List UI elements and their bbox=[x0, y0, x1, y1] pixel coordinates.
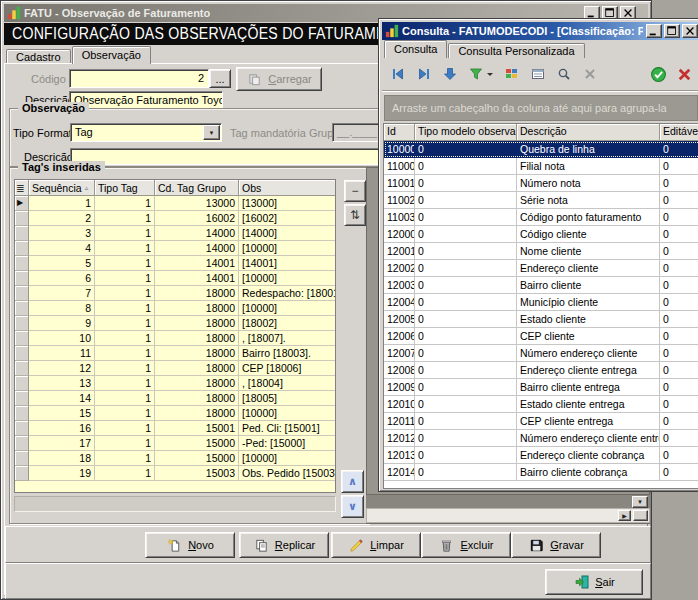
col-header-tipo-tag[interactable]: Tipo Tag bbox=[95, 180, 155, 196]
column-chooser-icon[interactable] bbox=[503, 66, 520, 83]
browse-button[interactable]: ... bbox=[209, 69, 231, 88]
table-row[interactable]: 12007 0 Número endereço cliente 0 bbox=[384, 345, 698, 362]
row-selector-cell[interactable] bbox=[15, 331, 29, 346]
gravar-button[interactable]: Gravar bbox=[511, 532, 601, 558]
tipo-formato-combo[interactable]: Tag ▼ bbox=[70, 123, 222, 142]
scroll-down-icon[interactable]: ▼ bbox=[632, 496, 648, 508]
table-row[interactable]: 7 1 18000 Redespacho: [18001] bbox=[15, 286, 335, 301]
row-selector-cell[interactable] bbox=[15, 361, 29, 376]
table-row[interactable]: 12008 0 Endereço cliente entrega 0 bbox=[384, 362, 698, 379]
row-selector-cell[interactable] bbox=[15, 256, 29, 271]
col-header-editavel[interactable]: Editável bbox=[660, 124, 698, 141]
chevron-down-icon[interactable]: ▼ bbox=[203, 125, 220, 140]
row-selector-cell[interactable] bbox=[15, 421, 29, 436]
table-row[interactable]: 12004 0 Município cliente 0 bbox=[384, 294, 698, 311]
row-selector-cell[interactable] bbox=[15, 316, 29, 331]
confirm-icon[interactable] bbox=[650, 66, 667, 83]
row-selector-cell[interactable] bbox=[15, 391, 29, 406]
row-selector-header-icon[interactable]: ≣ bbox=[15, 180, 29, 196]
table-row[interactable]: 12011 0 CEP cliente entrega 0 bbox=[384, 413, 698, 430]
table-row[interactable]: 11 1 18000 Bairro [18003]. bbox=[15, 346, 335, 361]
tab-observacao[interactable]: Observação bbox=[72, 46, 151, 64]
table-row[interactable]: 13 1 18000 , [18004] bbox=[15, 376, 335, 391]
limpar-button[interactable]: Limpar bbox=[331, 532, 421, 558]
table-row[interactable]: 18 1 15000 [10000] bbox=[15, 451, 335, 466]
table-row[interactable]: 12014 0 Bairro cliente cobrança 0 bbox=[384, 464, 698, 481]
table-row[interactable]: 12002 0 Endereço cliente 0 bbox=[384, 260, 698, 277]
last-record-icon[interactable] bbox=[415, 66, 432, 83]
table-row[interactable]: 12003 0 Bairro cliente 0 bbox=[384, 277, 698, 294]
table-row[interactable]: 11000 0 Filial nota 0 bbox=[384, 158, 698, 175]
row-selector-cell[interactable] bbox=[15, 301, 29, 316]
row-selector-cell[interactable] bbox=[15, 376, 29, 391]
table-row[interactable]: 12001 0 Nome cliente 0 bbox=[384, 243, 698, 260]
table-row[interactable]: 9 1 18000 [18002] bbox=[15, 316, 335, 331]
table-row[interactable]: 12005 0 Estado cliente 0 bbox=[384, 311, 698, 328]
close-icon[interactable] bbox=[682, 24, 698, 38]
move-down-icon[interactable] bbox=[441, 66, 458, 83]
tags-grid-hscrollbar[interactable] bbox=[14, 496, 336, 512]
table-row[interactable]: 11003 0 Código ponto faturamento 0 bbox=[384, 209, 698, 226]
row-selector-cell[interactable] bbox=[15, 196, 29, 211]
row-selector-cell[interactable] bbox=[15, 271, 29, 286]
tab-consulta-personalizada[interactable]: Consulta Personalizada bbox=[448, 43, 584, 58]
table-row[interactable]: 10 1 18000 , [18007]. bbox=[15, 331, 335, 346]
table-row[interactable]: 15 1 18000 [10000] bbox=[15, 406, 335, 421]
table-row[interactable]: 10000 0 Quebra de linha 0 bbox=[384, 141, 698, 158]
table-row[interactable]: 6 1 14001 [10000] bbox=[15, 271, 335, 286]
row-selector-cell[interactable] bbox=[15, 211, 29, 226]
table-row[interactable]: 4 1 14000 [10000] bbox=[15, 241, 335, 256]
sair-button[interactable]: Sair bbox=[545, 569, 643, 595]
table-row[interactable]: 12 1 18000 CEP [18006] bbox=[15, 361, 335, 376]
table-row[interactable]: 14 1 18000 [18005] bbox=[15, 391, 335, 406]
table-row[interactable]: 16 1 15001 Ped. Cli: [15001] bbox=[15, 421, 335, 436]
col-header-cd-tag-grupo[interactable]: Cd. Tag Grupo bbox=[155, 180, 239, 196]
scroll-right-icon[interactable]: ▶ bbox=[618, 510, 631, 521]
tab-cadastro[interactable]: Cadastro bbox=[6, 49, 71, 64]
table-row[interactable]: 12006 0 CEP cliente 0 bbox=[384, 328, 698, 345]
table-row[interactable]: 12009 0 Bairro cliente entrega 0 bbox=[384, 379, 698, 396]
row-selector-cell[interactable] bbox=[15, 346, 29, 361]
replicar-button[interactable]: Replicar bbox=[239, 532, 329, 558]
preview-hscrollbar[interactable]: ▶ bbox=[366, 508, 650, 523]
report-view-icon[interactable] bbox=[529, 66, 546, 83]
row-selector-cell[interactable] bbox=[15, 226, 29, 241]
excluir-button[interactable]: Excluir bbox=[421, 532, 511, 558]
row-selector-cell[interactable] bbox=[15, 241, 29, 256]
table-row[interactable]: 8 1 18000 [10000] bbox=[15, 301, 335, 316]
cancel-icon[interactable] bbox=[676, 66, 693, 83]
close-search-icon[interactable] bbox=[581, 66, 598, 83]
row-selector-cell[interactable] bbox=[15, 286, 29, 301]
move-up-button[interactable]: ∧ bbox=[341, 470, 364, 493]
search-icon[interactable] bbox=[555, 66, 572, 83]
move-down-button[interactable]: ∨ bbox=[341, 495, 364, 518]
novo-button[interactable]: Novo bbox=[145, 532, 235, 558]
col-header-id[interactable]: Id bbox=[384, 124, 415, 141]
row-selector-cell[interactable] bbox=[15, 406, 29, 421]
row-selector-cell[interactable] bbox=[15, 451, 29, 466]
maximize-icon[interactable] bbox=[664, 24, 680, 38]
table-row[interactable]: 12013 0 Endereço cliente cobrança 0 bbox=[384, 447, 698, 464]
table-row[interactable]: 3 1 14000 [14000] bbox=[15, 226, 335, 241]
row-selector-cell[interactable] bbox=[15, 436, 29, 451]
col-header-sequencia[interactable]: Sequência▵ bbox=[29, 180, 95, 196]
col-header-tipo-modelo[interactable]: Tipo modelo observação bbox=[415, 124, 517, 141]
tab-consulta[interactable]: Consulta bbox=[384, 40, 447, 58]
table-row[interactable]: 11001 0 Número nota 0 bbox=[384, 175, 698, 192]
table-row[interactable]: 17 1 15000 -Ped: [15000] bbox=[15, 436, 335, 451]
table-row[interactable]: 12010 0 Estado cliente entrega 0 bbox=[384, 396, 698, 413]
remove-tag-button[interactable]: − bbox=[344, 180, 366, 202]
codigo-field[interactable]: 2 bbox=[69, 69, 209, 88]
minimize-icon[interactable] bbox=[646, 24, 662, 38]
table-row[interactable]: 19 1 15003 Obs. Pedido [15003] bbox=[15, 466, 335, 481]
filter-icon[interactable] bbox=[467, 66, 484, 83]
reorder-tags-button[interactable]: ⇅ bbox=[344, 204, 366, 226]
table-row[interactable]: 5 1 14001 [14001] bbox=[15, 256, 335, 271]
col-header-descricao[interactable]: Descrição bbox=[517, 124, 660, 141]
carregar-button[interactable]: Carregar bbox=[236, 67, 322, 91]
row-selector-cell[interactable] bbox=[15, 466, 29, 481]
descricao-field[interactable]: Observação Faturamento Toyobo bbox=[69, 91, 223, 109]
consulta-titlebar[interactable]: Consulta - FATUMODECODI - [Classificação… bbox=[382, 22, 698, 40]
filter-dropdown-icon[interactable] bbox=[485, 66, 494, 83]
table-row[interactable]: 11002 0 Série nota 0 bbox=[384, 192, 698, 209]
